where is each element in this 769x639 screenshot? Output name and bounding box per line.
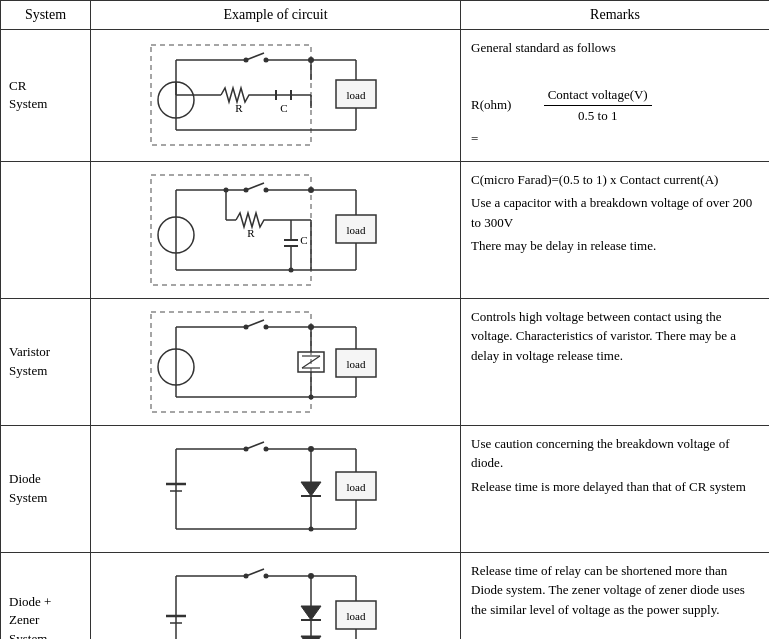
table-row: load xyxy=(1,161,770,298)
svg-line-68 xyxy=(246,320,264,327)
formula-fraction: Contact voltage(V) 0.5 to 1 xyxy=(544,85,652,125)
svg-point-18 xyxy=(308,57,314,63)
svg-text:load: load xyxy=(346,610,365,622)
svg-line-91 xyxy=(246,442,264,449)
svg-text:C: C xyxy=(280,102,287,114)
remarks-diode-zener: Release time of relay can be shortened m… xyxy=(461,552,770,639)
header-remarks: Remarks xyxy=(461,1,770,30)
svg-marker-125 xyxy=(301,636,321,640)
svg-text:C: C xyxy=(300,234,307,246)
svg-text:load: load xyxy=(346,224,365,236)
svg-text:R: R xyxy=(247,227,255,239)
svg-line-111 xyxy=(246,569,264,576)
circuit-diagram-diode: load xyxy=(91,425,461,552)
svg-line-38 xyxy=(246,183,264,190)
remark-text-cr2-1: C(micro Farad)=(0.5 to 1) x Contact curr… xyxy=(471,170,759,190)
formula-label: R(ohm) xyxy=(471,95,511,115)
circuit-diagram-varistor: load xyxy=(91,298,461,425)
remarks-varistor: Controls high voltage between contact us… xyxy=(461,298,770,425)
header-circuit: Example of circuit xyxy=(91,1,461,30)
svg-line-82 xyxy=(302,356,320,368)
svg-text:load: load xyxy=(346,481,365,493)
remark-text-cr2-2: Use a capacitor with a breakdown voltage… xyxy=(471,193,759,232)
svg-point-52 xyxy=(223,187,228,192)
svg-text:R: R xyxy=(235,102,243,114)
remarks-cr1: General standard as follows R(ohm) Conta… xyxy=(461,30,770,162)
table-row: CRSystem xyxy=(1,30,770,162)
remarks-cr2: C(micro Farad)=(0.5 to 1) x Contact curr… xyxy=(461,161,770,298)
header-system: System xyxy=(1,1,91,30)
formula-equals xyxy=(519,95,535,115)
svg-marker-102 xyxy=(301,482,321,496)
formula-eq: = xyxy=(471,129,478,149)
svg-text:load: load xyxy=(346,89,365,101)
system-label-diode-zener: Diode +ZenerSystem xyxy=(1,552,91,639)
remark-text-diode-2: Release time is more delayed than that o… xyxy=(471,477,759,497)
system-label-diode: DiodeSystem xyxy=(1,425,91,552)
remark-text-zener: Release time of relay can be shortened m… xyxy=(471,561,759,620)
svg-point-57 xyxy=(288,267,293,272)
remarks-diode: Use caution concerning the breakdown vol… xyxy=(461,425,770,552)
svg-marker-122 xyxy=(301,606,321,620)
svg-point-105 xyxy=(308,526,313,531)
circuit-diagram-cr2: load xyxy=(91,161,461,298)
table-row: Diode +ZenerSystem l xyxy=(1,552,770,639)
remark-text-diode-1: Use caution concerning the breakdown vol… xyxy=(471,434,759,473)
circuit-diagram-cr1: load xyxy=(91,30,461,162)
system-label-cr2 xyxy=(1,161,91,298)
system-label: CRSystem xyxy=(1,30,91,162)
svg-text:load: load xyxy=(346,358,365,370)
remark-text-varistor: Controls high voltage between contact us… xyxy=(471,307,759,366)
system-label-varistor: VaristorSystem xyxy=(1,298,91,425)
remark-text: General standard as follows xyxy=(471,38,759,58)
svg-line-6 xyxy=(246,53,264,60)
circuit-diagram-diode-zener: load xyxy=(91,552,461,639)
table-row: DiodeSystem xyxy=(1,425,770,552)
svg-point-85 xyxy=(308,394,313,399)
svg-rect-32 xyxy=(151,175,311,285)
table-row: VaristorSystem xyxy=(1,298,770,425)
remark-text-cr2-3: There may be delay in release time. xyxy=(471,236,759,256)
